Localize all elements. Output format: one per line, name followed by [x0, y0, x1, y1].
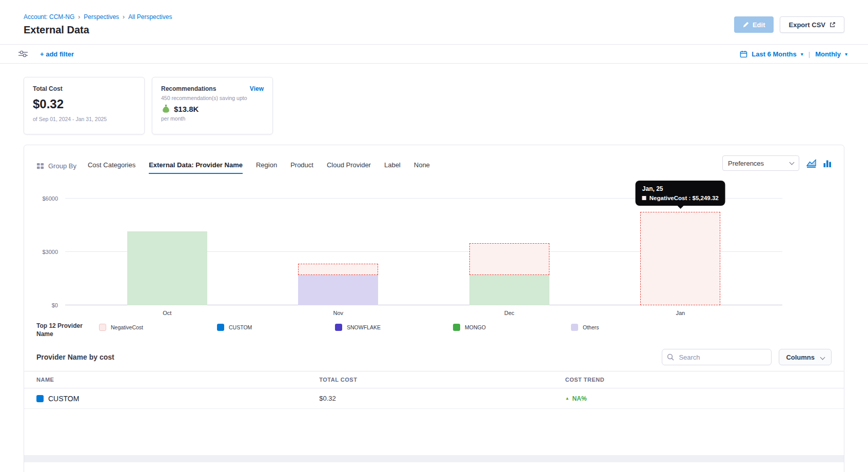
group-by-text: Group By: [48, 162, 76, 170]
legend-label: MONGO: [465, 324, 486, 330]
groupby-tab-cloud-provider[interactable]: Cloud Provider: [327, 161, 371, 174]
legend-item-others[interactable]: Others: [571, 324, 689, 331]
breadcrumb-perspectives[interactable]: Perspectives: [84, 13, 119, 21]
recommendations-savings: $13.8K: [174, 105, 199, 113]
bar-segment-others[interactable]: [298, 275, 378, 305]
total-cost-title: Total Cost: [33, 85, 135, 92]
bar-segment-mongo[interactable]: [469, 275, 549, 305]
bar-segment-negativecost[interactable]: [298, 264, 378, 276]
preferences-dropdown[interactable]: Preferences: [722, 155, 799, 171]
filter-bar-right: Last 6 Months ▾ | Monthly ▾: [740, 50, 847, 58]
header-left: Account: CCM-NG › Perspectives › All Per…: [24, 13, 172, 36]
bar-chart-type-icon[interactable]: [823, 159, 832, 167]
group-by-row: Group By Cost Categories External Data: …: [24, 145, 844, 174]
tooltip-text: NegativeCost : $5,249.32: [649, 195, 719, 201]
row-cost-trend-cell: ▲ NA%: [553, 395, 844, 402]
table-row[interactable]: CUSTOM $0.32 ▲ NA%: [24, 388, 844, 409]
legend-swatch: [571, 324, 578, 331]
area-chart-type-icon[interactable]: [806, 159, 816, 168]
tooltip-series-swatch: [642, 196, 646, 200]
y-axis-tick: $6000: [42, 195, 58, 202]
recommendations-card: Recommendations View 450 recommendation(…: [152, 77, 273, 134]
breadcrumb-separator: ›: [78, 13, 80, 21]
filter-divider: |: [807, 50, 811, 58]
search-box: [662, 349, 772, 365]
bar-segment-negativecost[interactable]: [640, 212, 720, 305]
provider-name: CUSTOM: [48, 395, 79, 403]
tooltip-title: Jan, 25: [642, 185, 719, 192]
table-scrollbar-track[interactable]: [24, 455, 844, 462]
legend-label: NegativeCost: [111, 324, 143, 330]
table-controls: Columns: [662, 349, 832, 365]
page-title: External Data: [24, 24, 172, 36]
breadcrumb-separator: ›: [123, 13, 125, 21]
legend-item-custom[interactable]: CUSTOM: [217, 324, 335, 331]
edit-button[interactable]: Edit: [734, 16, 774, 33]
breadcrumb: Account: CCM-NG › Perspectives › All Per…: [24, 13, 172, 21]
chart-controls: Preferences: [722, 155, 832, 174]
legend-item-negativecost[interactable]: NegativeCost: [99, 324, 217, 331]
filter-bar: + add filter Last 6 Months ▾ | Monthly ▾: [0, 44, 868, 64]
breadcrumb-all-perspectives[interactable]: All Perspectives: [128, 13, 172, 21]
breadcrumb-account[interactable]: Account: CCM-NG: [24, 13, 74, 21]
table-header-row: NAME TOTAL COST COST TREND: [24, 371, 844, 388]
x-axis-label: Nov: [253, 310, 424, 316]
total-cost-card: Total Cost $0.32 of Sep 01, 2024 - Jan 3…: [24, 77, 145, 134]
columns-button[interactable]: Columns: [779, 349, 832, 365]
groupby-tab-product[interactable]: Product: [290, 161, 313, 174]
provider-color-swatch: [36, 395, 44, 402]
perspective-panel: Group By Cost Categories External Data: …: [24, 145, 844, 472]
groupby-tab-label[interactable]: Label: [384, 161, 401, 174]
x-axis-label: Oct: [82, 310, 253, 316]
trend-up-icon: ▲: [565, 396, 569, 401]
chart-column-oct[interactable]: Oct: [82, 199, 253, 305]
export-csv-label: Export CSV: [788, 21, 825, 29]
add-filter-button[interactable]: + add filter: [40, 50, 74, 58]
chart-column-nov[interactable]: Nov: [253, 199, 424, 305]
chart-legend: Top 12 Provider Name NegativeCost CUSTOM…: [24, 319, 844, 341]
filter-settings-icon[interactable]: [18, 50, 28, 57]
export-csv-button[interactable]: Export CSV: [780, 16, 844, 33]
trend-value: NA%: [573, 395, 587, 402]
search-input[interactable]: [662, 349, 772, 365]
x-axis-label: Dec: [424, 310, 595, 316]
summary-cards: Total Cost $0.32 of Sep 01, 2024 - Jan 3…: [0, 64, 868, 134]
recommendations-header: Recommendations View: [161, 85, 264, 92]
chart-tooltip: Jan, 25 NegativeCost : $5,249.32: [636, 181, 725, 206]
tooltip-row: NegativeCost : $5,249.32: [642, 195, 719, 201]
external-link-icon: [829, 22, 836, 28]
bar-segment-mongo[interactable]: [127, 231, 207, 305]
legend-item-snowflake[interactable]: SNOWFLAKE: [335, 324, 453, 331]
granularity-selector[interactable]: Monthly: [815, 50, 841, 58]
legend-item-mongo[interactable]: MONGO: [453, 324, 571, 331]
money-bag-icon: [161, 104, 171, 113]
chevron-down-icon: [820, 355, 825, 360]
bar-segment-negativecost[interactable]: [469, 243, 549, 275]
provider-cost-table: NAME TOTAL COST COST TREND CUSTOM $0.32 …: [24, 371, 844, 409]
legend-label: Others: [583, 324, 599, 330]
edit-button-label: Edit: [753, 21, 765, 29]
legend-label: SNOWFLAKE: [347, 324, 381, 330]
view-recommendations-link[interactable]: View: [250, 85, 264, 92]
chart-column-dec[interactable]: Dec: [424, 199, 595, 305]
cost-chart: $0$3000$6000 OctNovDecJan Jan, 25 Negati…: [36, 195, 832, 319]
group-by-icon: [36, 162, 44, 170]
row-name-cell: CUSTOM: [24, 395, 307, 403]
total-cost-value: $0.32: [33, 97, 135, 111]
column-header-total-cost[interactable]: TOTAL COST: [307, 377, 553, 383]
chart-column-jan[interactable]: Jan Jan, 25 NegativeCost : $5,249.32: [595, 199, 766, 305]
date-range-selector[interactable]: Last 6 Months: [752, 50, 796, 58]
recommendations-title: Recommendations: [161, 85, 216, 92]
preferences-label: Preferences: [728, 160, 764, 167]
groupby-tab-cost-categories[interactable]: Cost Categories: [88, 161, 135, 174]
column-header-cost-trend[interactable]: COST TREND: [553, 377, 844, 383]
column-header-name[interactable]: NAME: [24, 377, 307, 383]
groupby-tab-none[interactable]: None: [414, 161, 430, 174]
recommendations-period: per month: [161, 115, 264, 122]
page-header: Account: CCM-NG › Perspectives › All Per…: [0, 0, 868, 36]
groupby-tab-region[interactable]: Region: [256, 161, 277, 174]
groupby-tab-external-data[interactable]: External Data: Provider Name: [149, 161, 243, 174]
chevron-down-icon: ▾: [801, 51, 803, 57]
pencil-icon: [743, 22, 749, 28]
legend-swatch: [453, 324, 460, 331]
